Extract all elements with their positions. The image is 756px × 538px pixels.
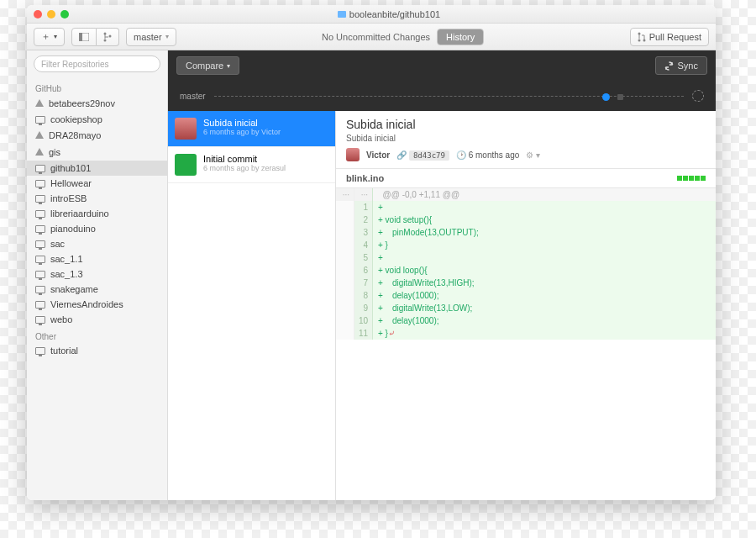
commit-title: Initial commit bbox=[203, 154, 286, 164]
folder-icon bbox=[338, 11, 346, 18]
sidebar-item-label: libreriaarduino bbox=[50, 208, 109, 219]
sidebar-item[interactable]: ViernesAndroides bbox=[27, 297, 167, 312]
sidebar-item[interactable]: cookiepshop bbox=[27, 112, 167, 127]
sidebar-header-other: Other bbox=[27, 327, 167, 343]
commit-title: Subida inicial bbox=[203, 118, 281, 128]
compare-button[interactable]: Compare ▾ bbox=[176, 56, 239, 75]
sidebar-item[interactable]: betabeers29nov bbox=[27, 95, 167, 112]
commit-item[interactable]: Subida inicial6 months ago by Victor bbox=[168, 111, 335, 147]
filter-input[interactable]: Filter Repositories bbox=[34, 55, 160, 72]
sidebar: Filter Repositories GitHub betabeers29no… bbox=[27, 50, 168, 500]
sidebar-item[interactable]: sac_1.1 bbox=[27, 251, 167, 266]
sidebar-item-label: DRA28mayo bbox=[49, 130, 101, 140]
sidebar-item[interactable]: sac_1.3 bbox=[27, 266, 167, 282]
author-name: Victor bbox=[366, 150, 390, 160]
diff-line: 3+ pinMode(13,OUTPUT); bbox=[336, 226, 716, 239]
monitor-icon bbox=[35, 271, 45, 278]
diff-line: 7+ digitalWrite(13,HIGH); bbox=[336, 277, 716, 289]
diff-line: 1+ bbox=[336, 201, 716, 214]
sidebar-item-label: tutorial bbox=[50, 345, 78, 356]
app-window: booleanbite/github101 ＋ ▾ master ▾ No Un… bbox=[27, 5, 716, 500]
timeline[interactable]: master bbox=[168, 81, 716, 111]
window-title: booleanbite/github101 bbox=[349, 9, 440, 19]
sidebar-item-label: snakegame bbox=[50, 284, 98, 294]
commit-item[interactable]: Initial commit6 months ago by zerasul bbox=[168, 147, 335, 183]
diff-view[interactable]: ······ @@ -0,0 +1,11 @@1+2+ void setup()… bbox=[336, 188, 716, 500]
sidebar-item[interactable]: gis bbox=[27, 144, 167, 161]
sidebar-item[interactable]: webo bbox=[27, 312, 167, 327]
svg-point-6 bbox=[638, 39, 640, 41]
sidebar-item-label: gis bbox=[49, 147, 60, 157]
diff-hunk-header: ······ @@ -0,0 +1,11 @@ bbox=[336, 188, 716, 201]
monitor-icon bbox=[35, 240, 45, 248]
toolbar: ＋ ▾ master ▾ No Uncommitted Changes Hist… bbox=[27, 24, 716, 50]
monitor-icon bbox=[35, 301, 45, 309]
timeline-node-icon bbox=[617, 94, 623, 100]
commit-sha[interactable]: 8d43c79 bbox=[409, 150, 449, 161]
sidebar-item-label: Hellowear bbox=[50, 178, 92, 188]
author-avatar-icon bbox=[346, 148, 360, 161]
monitor-icon bbox=[35, 286, 45, 293]
branch-icon-button[interactable] bbox=[97, 28, 119, 46]
commit-subtitle: 6 months ago by zerasul bbox=[203, 164, 286, 172]
sidebar-header-github: GitHub bbox=[27, 79, 167, 95]
compare-bar: Compare ▾ Sync bbox=[168, 50, 716, 81]
monitor-icon bbox=[35, 116, 45, 124]
status-label: No Uncommitted Changes bbox=[322, 32, 430, 42]
monitor-icon bbox=[35, 347, 45, 355]
sidebar-item-label: sac_1.1 bbox=[50, 254, 83, 264]
diff-line: 5+ bbox=[336, 251, 716, 264]
diff-line: 10+ delay(1000); bbox=[336, 314, 716, 327]
sidebar-item[interactable]: DRA28mayo bbox=[27, 127, 167, 144]
close-icon[interactable] bbox=[34, 10, 42, 18]
diff-line: 11+ } bbox=[336, 327, 716, 340]
monitor-icon bbox=[35, 316, 45, 324]
monitor-icon bbox=[35, 180, 45, 187]
diff-stat-icon bbox=[677, 176, 706, 181]
diff-line: 9+ digitalWrite(13,LOW); bbox=[336, 302, 716, 314]
sidebar-item[interactable]: libreriaarduino bbox=[27, 206, 167, 221]
add-button[interactable]: ＋ ▾ bbox=[34, 28, 65, 46]
warning-icon bbox=[35, 127, 44, 139]
sync-button[interactable]: Sync bbox=[655, 56, 707, 75]
minimize-icon[interactable] bbox=[47, 10, 55, 18]
gear-icon[interactable]: ⚙ ▾ bbox=[526, 150, 540, 160]
sidebar-item-label: pianoduino bbox=[50, 224, 96, 234]
monitor-icon bbox=[35, 210, 45, 218]
sidebar-item[interactable]: github101 bbox=[27, 161, 167, 176]
sidebar-item-label: sac_1.3 bbox=[50, 269, 83, 279]
sidebar-item[interactable]: introESB bbox=[27, 191, 167, 206]
sidebar-item-label: github101 bbox=[50, 163, 91, 173]
avatar-icon bbox=[175, 118, 197, 140]
sidebar-item-label: ViernesAndroides bbox=[50, 299, 123, 309]
commit-detail: Subida inicial Subida inicial Victor 🔗 8… bbox=[336, 111, 716, 500]
monitor-icon bbox=[35, 225, 45, 233]
sidebar-item[interactable]: tutorial bbox=[27, 343, 167, 358]
detail-title: Subida inicial bbox=[346, 118, 706, 131]
timeline-branch-label: master bbox=[180, 92, 206, 101]
monitor-icon bbox=[35, 195, 45, 203]
file-header[interactable]: blink.ino bbox=[336, 168, 716, 188]
sidebar-toggle-button[interactable] bbox=[71, 28, 97, 46]
svg-point-3 bbox=[104, 39, 107, 41]
branch-select[interactable]: master ▾ bbox=[126, 28, 176, 46]
timeline-handle-icon[interactable] bbox=[602, 93, 610, 101]
sidebar-item-label: sac bbox=[50, 239, 65, 249]
pull-request-button[interactable]: Pull Request bbox=[630, 28, 709, 46]
titlebar: booleanbite/github101 bbox=[27, 5, 716, 24]
sidebar-item[interactable]: sac bbox=[27, 236, 167, 251]
sidebar-item[interactable]: Hellowear bbox=[27, 176, 167, 191]
sync-icon bbox=[664, 61, 674, 71]
zoom-icon[interactable] bbox=[60, 10, 69, 18]
diff-line: 2+ void setup(){ bbox=[336, 214, 716, 226]
diff-line: 4+ } bbox=[336, 239, 716, 251]
commit-subtitle: 6 months ago by Victor bbox=[203, 128, 281, 136]
commit-time: 6 months ago bbox=[469, 150, 520, 160]
commit-list: Subida inicial6 months ago by VictorInit… bbox=[168, 111, 336, 500]
avatar-icon bbox=[175, 154, 197, 176]
detail-subtitle: Subida inicial bbox=[346, 134, 706, 143]
sidebar-item[interactable]: pianoduino bbox=[27, 221, 167, 236]
sidebar-item[interactable]: snakegame bbox=[27, 282, 167, 297]
view-segment[interactable]: History bbox=[437, 29, 484, 45]
diff-line: 8+ delay(1000); bbox=[336, 289, 716, 302]
